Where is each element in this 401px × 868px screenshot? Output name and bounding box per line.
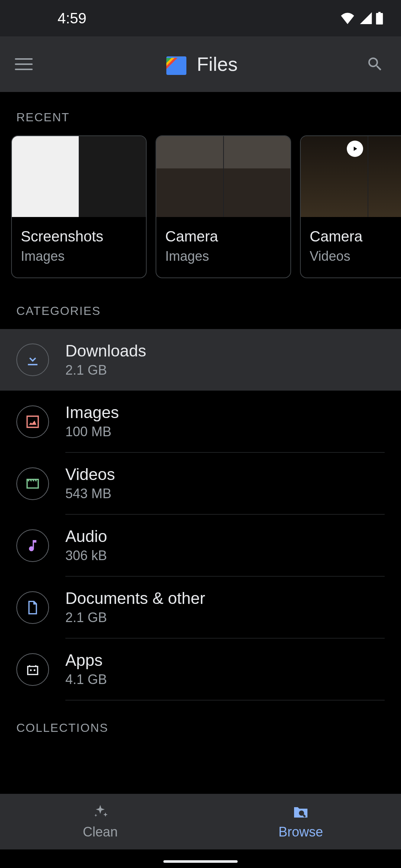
recent-card-subtitle: Images <box>165 249 281 264</box>
category-size: 4.1 GB <box>65 672 385 687</box>
thumbnail-row <box>301 136 401 217</box>
recent-card-camera-videos[interactable]: Camera Videos <box>300 135 401 278</box>
category-list: Downloads 2.1 GB Images 100 MB Videos 54… <box>0 329 401 700</box>
category-size: 2.1 GB <box>65 362 385 378</box>
download-icon <box>16 343 49 376</box>
recent-card-title: Camera <box>165 228 281 245</box>
collections-header: COLLECTIONS <box>0 700 401 746</box>
app-title-wrap: Files <box>37 53 364 75</box>
category-images[interactable]: Images 100 MB <box>0 391 401 453</box>
nav-label: Clean <box>83 824 118 840</box>
svg-point-0 <box>30 669 32 671</box>
category-size: 100 MB <box>65 424 385 440</box>
category-size: 543 MB <box>65 486 385 502</box>
recent-card-subtitle: Images <box>21 249 137 264</box>
categories-header: CATEGORIES <box>0 278 401 329</box>
category-audio[interactable]: Audio 306 kB <box>0 514 401 576</box>
content-scroll[interactable]: RECENT Screenshots Images Camera Images <box>0 92 401 794</box>
recent-card-title: Camera <box>310 228 401 245</box>
nav-label: Browse <box>278 824 323 840</box>
browse-icon <box>292 803 310 821</box>
nav-clean[interactable]: Clean <box>0 794 200 849</box>
battery-icon <box>376 12 383 24</box>
menu-button[interactable] <box>15 53 37 75</box>
image-icon <box>16 405 49 438</box>
svg-point-1 <box>34 669 36 671</box>
wifi-icon <box>340 12 355 24</box>
recent-card-camera-images[interactable]: Camera Images <box>156 135 291 278</box>
bottom-nav: Clean Browse <box>0 794 401 849</box>
files-logo-icon <box>163 53 189 75</box>
thumbnail <box>79 136 146 217</box>
search-button[interactable] <box>364 53 386 75</box>
category-title: Videos <box>65 465 385 484</box>
apps-icon <box>16 653 49 686</box>
nav-browse[interactable]: Browse <box>200 794 401 849</box>
thumbnail <box>224 136 291 217</box>
category-title: Audio <box>65 527 385 546</box>
thumbnail <box>12 136 79 217</box>
sparkle-icon <box>91 803 109 821</box>
category-documents[interactable]: Documents & other 2.1 GB <box>0 576 401 638</box>
category-title: Downloads <box>65 342 385 360</box>
app-bar: Files <box>0 36 401 92</box>
category-title: Documents & other <box>65 589 385 608</box>
category-videos[interactable]: Videos 543 MB <box>0 453 401 514</box>
play-icon <box>347 141 363 157</box>
category-size: 2.1 GB <box>65 610 385 625</box>
status-icons <box>340 12 383 24</box>
document-icon <box>16 591 49 624</box>
thumbnail-row <box>156 136 290 217</box>
app-title: Files <box>197 53 238 75</box>
thumbnail <box>301 136 368 217</box>
recent-row[interactable]: Screenshots Images Camera Images <box>0 135 401 278</box>
status-time: 4:59 <box>58 10 87 27</box>
thumbnail <box>156 136 223 217</box>
category-size: 306 kB <box>65 548 385 563</box>
home-indicator[interactable] <box>163 860 238 863</box>
thumbnail <box>368 136 401 217</box>
search-icon <box>366 55 384 73</box>
category-title: Apps <box>65 651 385 670</box>
nav-bar-bg <box>0 849 401 868</box>
svg-point-2 <box>299 811 304 816</box>
category-title: Images <box>65 403 385 422</box>
recent-card-screenshots[interactable]: Screenshots Images <box>11 135 147 278</box>
recent-card-title: Screenshots <box>21 228 137 245</box>
signal-icon <box>359 12 372 24</box>
category-apps[interactable]: Apps 4.1 GB <box>0 638 401 700</box>
category-downloads[interactable]: Downloads 2.1 GB <box>0 329 401 391</box>
status-bar: 4:59 <box>0 0 401 36</box>
recent-header: RECENT <box>0 92 401 135</box>
recent-card-subtitle: Videos <box>310 249 401 264</box>
video-icon <box>16 467 49 500</box>
audio-icon <box>16 529 49 562</box>
thumbnail-row <box>12 136 146 217</box>
